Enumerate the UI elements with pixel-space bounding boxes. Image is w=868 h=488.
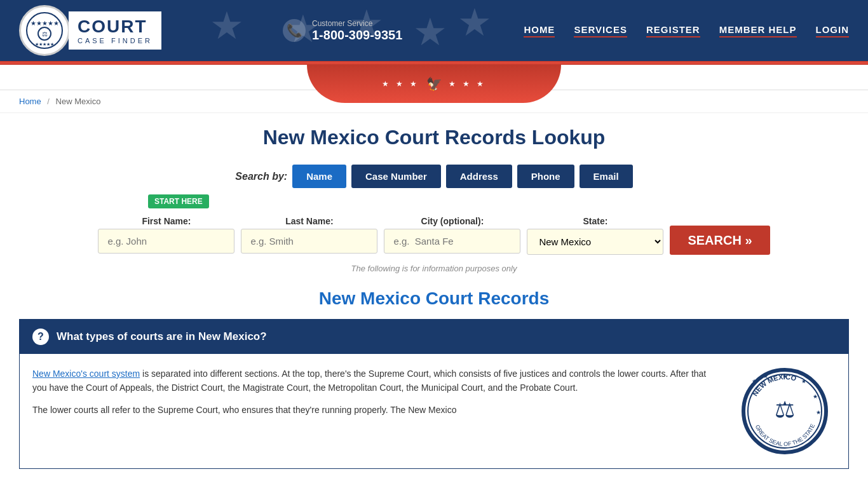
start-here-badge: START HERE bbox=[148, 194, 209, 208]
nav-login[interactable]: LOGIN bbox=[816, 24, 850, 37]
svg-text:★: ★ bbox=[813, 393, 818, 400]
city-input[interactable] bbox=[384, 229, 520, 254]
tab-name[interactable]: Name bbox=[292, 165, 346, 188]
first-name-group: First Name: bbox=[98, 216, 234, 254]
svg-text:★★★★★: ★★★★★ bbox=[31, 20, 59, 27]
first-name-label: First Name: bbox=[98, 216, 234, 226]
last-name-group: Last Name: bbox=[241, 216, 377, 254]
tab-email[interactable]: Email bbox=[580, 165, 633, 188]
tab-address[interactable]: Address bbox=[446, 165, 512, 188]
last-name-label: Last Name: bbox=[241, 216, 377, 226]
nm-court-system-link[interactable]: New Mexico's court system bbox=[32, 369, 140, 379]
search-by-label: Search by: bbox=[235, 171, 287, 182]
faq-text-content: New Mexico's court system is separated i… bbox=[32, 367, 721, 456]
site-logo: ★★★★★ ⚖ ★★★★★ COURT CASE FINDER bbox=[19, 5, 161, 56]
city-group: City (optional): bbox=[384, 216, 520, 254]
section-title: New Mexico Court Records bbox=[19, 288, 849, 309]
logo-court-label: COURT bbox=[78, 17, 153, 37]
state-select[interactable]: New Mexico Alabama Alaska Arizona Califo… bbox=[527, 229, 663, 255]
city-label: City (optional): bbox=[384, 216, 520, 226]
state-label: State: bbox=[527, 216, 663, 226]
breadcrumb-separator: / bbox=[47, 97, 50, 106]
eagle-icon: 🦅 bbox=[426, 76, 442, 92]
logo-text-block: COURT CASE FINDER bbox=[69, 11, 161, 50]
customer-service-label: Customer Service bbox=[312, 19, 402, 28]
star-decoration-4: ★ bbox=[413, 10, 447, 54]
faq-item-courts: ? What types of courts are in New Mexico… bbox=[19, 319, 849, 469]
search-form-row: First Name: Last Name: City (optional): … bbox=[19, 216, 849, 255]
nav-home[interactable]: HOME bbox=[524, 24, 555, 37]
svg-text:★: ★ bbox=[801, 378, 806, 384]
first-name-input[interactable] bbox=[98, 229, 234, 254]
eagle-stars-left: ★ ★ ★ bbox=[382, 79, 420, 88]
customer-service-text: Customer Service 1-800-309-9351 bbox=[312, 19, 402, 43]
nav-member-help[interactable]: MEMBER HELP bbox=[719, 24, 797, 37]
faq-paragraph-2: The lower courts all refer to the Suprem… bbox=[32, 403, 721, 417]
customer-service-block: 📞 Customer Service 1-800-309-9351 bbox=[283, 19, 402, 43]
faq-body: New Mexico's court system is separated i… bbox=[20, 354, 848, 468]
svg-text:⚖: ⚖ bbox=[42, 30, 48, 37]
start-here-wrapper: START HERE bbox=[148, 194, 720, 214]
page-title: New Mexico Court Records Lookup bbox=[19, 126, 849, 149]
search-by-row: Search by: Name Case Number Address Phon… bbox=[19, 165, 849, 188]
main-content: New Mexico Court Records Lookup Search b… bbox=[0, 113, 868, 482]
faq-header[interactable]: ? What types of courts are in New Mexico… bbox=[20, 320, 848, 354]
eagle-arc-decoration: ★ ★ ★ 🦅 ★ ★ ★ bbox=[307, 65, 561, 103]
nm-seal-svg: ★ ★ ★ ★ ★ ★ NEW MEXICO ⚖ GRE bbox=[740, 367, 829, 456]
eagle-banner: ★ ★ ★ 🦅 ★ ★ ★ bbox=[0, 65, 868, 90]
faq-seal-image: ★ ★ ★ ★ ★ ★ NEW MEXICO ⚖ GRE bbox=[734, 367, 836, 456]
faq-question-icon: ? bbox=[32, 329, 49, 345]
main-nav: HOME SERVICES REGISTER MEMBER HELP LOGIN bbox=[524, 24, 849, 37]
tab-phone[interactable]: Phone bbox=[517, 165, 574, 188]
nav-register[interactable]: REGISTER bbox=[646, 24, 700, 37]
svg-text:⚖: ⚖ bbox=[775, 396, 795, 423]
site-header: ★ ★ ★ ★ ★ ★★★★★ ⚖ ★★★★★ COURT CASE FINDE… bbox=[0, 0, 868, 61]
state-group: State: New Mexico Alabama Alaska Arizona… bbox=[527, 216, 663, 255]
customer-service-number: 1-800-309-9351 bbox=[312, 28, 402, 43]
nav-services[interactable]: SERVICES bbox=[574, 24, 627, 37]
logo-case-finder-label: CASE FINDER bbox=[78, 37, 153, 44]
breadcrumb-home-link[interactable]: Home bbox=[19, 97, 41, 106]
faq-question-text: What types of courts are in New Mexico? bbox=[57, 330, 267, 343]
logo-emblem: ★★★★★ ⚖ ★★★★★ bbox=[19, 5, 70, 56]
logo-svg: ★★★★★ ⚖ ★★★★★ bbox=[25, 11, 64, 50]
tab-case-number[interactable]: Case Number bbox=[351, 165, 441, 188]
star-decoration-1: ★ bbox=[210, 3, 244, 48]
search-button[interactable]: SEARCH » bbox=[670, 226, 770, 255]
search-area: Search by: Name Case Number Address Phon… bbox=[19, 165, 849, 273]
faq-paragraph-1: New Mexico's court system is separated i… bbox=[32, 367, 721, 395]
svg-text:★: ★ bbox=[752, 378, 757, 384]
star-decoration-5: ★ bbox=[458, 0, 492, 44]
eagle-stars-right: ★ ★ ★ bbox=[449, 79, 487, 88]
svg-text:★: ★ bbox=[816, 409, 821, 416]
svg-text:★★★★★: ★★★★★ bbox=[35, 42, 54, 46]
last-name-input[interactable] bbox=[241, 229, 377, 254]
phone-icon: 📞 bbox=[283, 19, 306, 42]
info-notice: The following is for information purpose… bbox=[19, 264, 849, 273]
breadcrumb-current: New Mexico bbox=[56, 97, 101, 106]
